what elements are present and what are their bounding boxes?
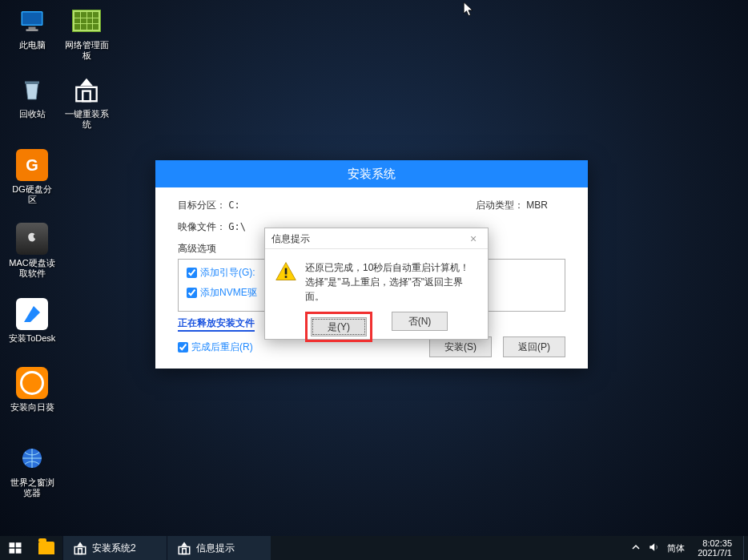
svg-rect-1 (22, 13, 42, 25)
icon-label: 安装ToDesk (8, 333, 56, 344)
desktop-icon-this-pc[interactable]: 此电脑 (8, 5, 56, 50)
svg-rect-14 (74, 547, 86, 554)
recycle-bin-icon (16, 74, 48, 106)
svg-rect-4 (25, 82, 39, 84)
icon-label: 回收站 (8, 109, 56, 119)
install-task-icon (73, 541, 87, 555)
svg-rect-6 (76, 87, 96, 101)
no-button[interactable]: 否(N) (392, 312, 448, 331)
icon-label: DG硬盘分区 (8, 184, 56, 205)
desktop-icon-todesk[interactable]: 安装ToDesk (8, 298, 56, 344)
add-nvme-checkbox[interactable] (187, 288, 197, 298)
svg-rect-16 (179, 547, 190, 554)
desktop-icon-browser[interactable]: 世界之窗浏览器 (8, 442, 56, 498)
svg-rect-2 (29, 27, 36, 30)
yes-button-highlight: 是(Y) (305, 312, 372, 342)
taskbar-task-info-prompt[interactable]: 信息提示 (167, 536, 271, 560)
image-file-label: 映像文件： (178, 220, 226, 234)
add-nvme-label: 添加NVME驱 (200, 286, 257, 300)
system-tray: 简体 8:02:35 2021/7/1 (625, 536, 743, 560)
mac-disk-icon (16, 223, 48, 255)
reboot-after-checkbox[interactable] (178, 342, 188, 353)
icon-label: 世界之窗浏览器 (8, 477, 56, 498)
desktop-icon-reinstall[interactable]: 一键重装系统 (62, 74, 111, 130)
icon-label: 网络管理面板 (62, 40, 111, 61)
desktop-icon-recycle-bin[interactable]: 回收站 (8, 74, 56, 119)
install-status-text: 正在释放安装文件 (178, 316, 255, 332)
no-button-wrap: 否(N) (392, 312, 448, 342)
folder-icon (38, 542, 54, 554)
desktop-icon-sunflower[interactable]: 安装向日葵 (8, 367, 56, 413)
icon-label: 安装向日葵 (8, 402, 56, 413)
start-button[interactable] (0, 536, 30, 560)
svg-rect-12 (10, 549, 15, 554)
reinstall-icon (70, 74, 103, 106)
clock-date: 2021/7/1 (698, 548, 732, 558)
taskbar-task-install[interactable]: 安装系统2 (62, 536, 167, 560)
ime-indicator[interactable]: 简体 (667, 542, 685, 554)
info-task-icon (177, 541, 191, 555)
modal-title-text: 信息提示 (271, 228, 310, 249)
svg-rect-13 (16, 549, 22, 554)
boot-type-value: MBR (526, 199, 548, 211)
svg-rect-7 (82, 91, 90, 102)
pc-icon (16, 5, 48, 37)
svg-rect-17 (183, 549, 187, 554)
taskbar: 安装系统2 信息提示 简体 8:02:35 2021/7/1 (0, 536, 748, 560)
desktop-icon-dg[interactable]: G DG硬盘分区 (8, 149, 56, 205)
desktop-icon-net-panel[interactable]: 网络管理面板 (62, 5, 111, 61)
todesk-icon (16, 298, 48, 330)
sunflower-icon (16, 367, 48, 399)
taskbar-task-label: 安装系统2 (92, 542, 136, 555)
icon-label: MAC硬盘读取软件 (8, 258, 56, 279)
clock-time: 8:02:35 (698, 538, 732, 548)
target-partition-label: 目标分区： (178, 199, 226, 212)
boot-type-label: 启动类型： (476, 199, 524, 211)
add-boot-label: 添加引导(G): (200, 266, 255, 280)
icon-label: 此电脑 (8, 40, 56, 50)
target-partition-value: C: (228, 199, 239, 211)
install-window-title: 安装系统 (155, 160, 588, 187)
warning-icon (275, 260, 297, 283)
image-file-value: G:\ (228, 221, 246, 232)
taskbar-clock[interactable]: 8:02:35 2021/7/1 (693, 538, 737, 558)
info-prompt-dialog: 信息提示 × 还原已完成，10秒后自动重启计算机！ 选择"是"马上重启，选择"否… (264, 228, 489, 340)
svg-rect-10 (10, 542, 15, 547)
icon-label: 一键重装系统 (62, 109, 111, 130)
svg-rect-15 (78, 549, 82, 554)
tray-chevron-icon[interactable] (632, 543, 640, 553)
return-button[interactable]: 返回(P) (503, 336, 565, 357)
show-desktop-button[interactable] (743, 536, 748, 560)
globe-icon (16, 442, 48, 474)
modal-message-line1: 还原已完成，10秒后自动重启计算机！ (305, 260, 478, 275)
windows-icon (8, 541, 22, 555)
reboot-after-label: 完成后重启(R) (191, 340, 253, 354)
taskbar-spacer (271, 536, 625, 560)
svg-rect-11 (16, 542, 22, 547)
modal-message-line2: 选择"是"马上重启，选择"否"返回主界面。 (305, 275, 478, 304)
add-boot-checkbox[interactable] (187, 268, 197, 278)
svg-rect-9 (285, 276, 288, 278)
dg-icon: G (16, 149, 48, 181)
desktop-icon-mac-disk[interactable]: MAC硬盘读取软件 (8, 223, 56, 279)
modal-close-button[interactable]: × (465, 228, 481, 249)
svg-rect-8 (285, 268, 288, 275)
svg-rect-3 (26, 30, 38, 31)
taskbar-task-label: 信息提示 (196, 542, 235, 555)
net-panel-icon (70, 5, 103, 37)
modal-message: 还原已完成，10秒后自动重启计算机！ 选择"是"马上重启，选择"否"返回主界面。 (305, 260, 478, 304)
tray-volume-icon[interactable] (648, 542, 659, 554)
yes-button[interactable]: 是(Y) (311, 317, 367, 336)
taskbar-file-explorer[interactable] (30, 536, 62, 560)
